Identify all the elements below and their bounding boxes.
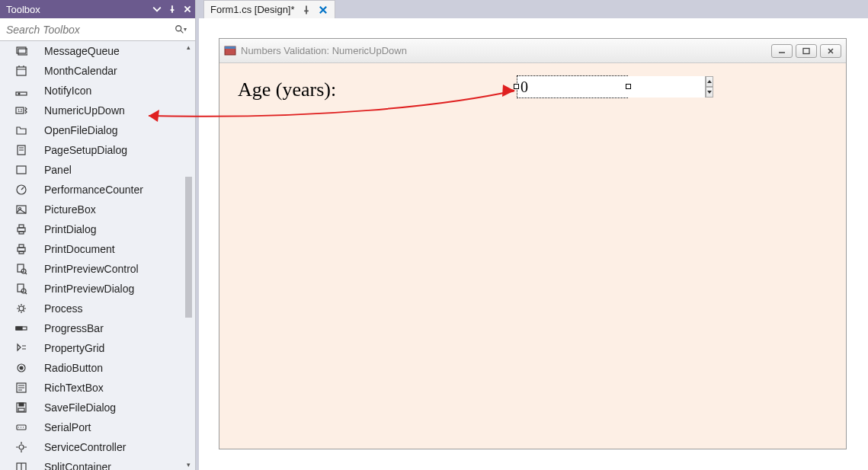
print-document-icon [14,241,29,257]
svg-rect-4 [16,92,27,95]
svg-point-33 [19,445,24,449]
tab-close-icon[interactable] [318,5,328,15]
svg-text:12: 12 [18,108,23,113]
notify-icon [14,83,29,98]
scrollbar[interactable]: ▴ ▾ [183,41,194,470]
save-file-icon [14,400,29,415]
search-icon[interactable]: ▾ [171,24,191,35]
age-label: Age (years): [238,78,336,101]
toolbox-item-label: PrintPreviewControl [44,263,139,275]
message-queue-icon [14,43,29,59]
toolbox-item-label: MessageQueue [44,45,120,57]
print-dialog-icon [14,222,29,237]
svg-rect-9 [17,166,26,174]
search-input[interactable] [5,23,171,37]
form-titlebar: Numbers Validation: NumericUpDown [219,39,846,63]
toolbox-item-radiobutton[interactable]: RadioButton [0,358,195,378]
svg-rect-31 [18,408,24,411]
picture-icon [14,202,29,217]
toolbox-item-label: ServiceController [44,441,126,453]
toolbox-item-label: MonthCalendar [44,65,117,77]
close-icon[interactable] [180,2,195,17]
toolbox-item-label: RichTextBox [44,382,104,394]
toolbox-item-label: PrintDocument [44,243,115,255]
toolbox-item-label: Panel [44,164,72,176]
form-client-area[interactable]: Age (years): [219,63,846,449]
calendar-icon [14,63,29,78]
toolbox-item-serialport[interactable]: SerialPort [0,417,195,437]
numeric-updown-control[interactable] [517,75,628,98]
progress-icon [14,321,29,336]
toolbox-item-notifyicon[interactable]: NotifyIcon [0,81,195,101]
toolbox-item-performancecounter[interactable]: PerformanceCounter [0,180,195,200]
svg-point-5 [18,93,20,94]
toolbox-item-splitcontainer[interactable]: SplitContainer [0,457,195,470]
toolbox-item-process[interactable]: Process [0,299,195,318]
maximize-button[interactable] [796,44,817,58]
toolbox-item-richtextbox[interactable]: RichTextBox [0,378,195,398]
window-position-dropdown-icon[interactable] [149,2,165,17]
property-grid-icon [14,341,29,356]
numeric-updown-input[interactable] [517,76,705,98]
scroll-thumb[interactable] [185,177,192,318]
svg-rect-25 [16,327,22,330]
toolbox-title: Toolbox [6,4,149,15]
svg-rect-3 [17,67,26,75]
toolbox-item-label: ProgressBar [44,322,104,334]
svg-point-27 [20,366,23,369]
svg-rect-14 [19,225,24,228]
tab-form1-design[interactable]: Form1.cs [Design]* [203,0,335,18]
form-app-icon [224,45,236,57]
tab-row: Form1.cs [Design]* [199,0,868,18]
toolbox-item-printpreviewcontrol[interactable]: PrintPreviewControl [0,259,195,279]
pin-icon[interactable] [165,2,180,17]
svg-rect-30 [19,403,24,406]
document-well: Form1.cs [Design]* Numbers Validation: N… [199,0,868,470]
toolbox-item-printdialog[interactable]: PrintDialog [0,219,195,239]
designed-form[interactable]: Numbers Validation: NumericUpDown Age (y… [219,38,847,449]
svg-rect-21 [18,284,24,292]
minimize-button[interactable] [771,44,793,58]
toolbox-item-label: PerformanceCounter [44,184,143,196]
split-container-icon [14,459,29,470]
toolbox-item-pagesetupdialog[interactable]: PageSetupDialog [0,140,195,160]
toolbox-item-printdocument[interactable]: PrintDocument [0,239,195,259]
toolbox-item-servicecontroller[interactable]: ServiceController [0,437,195,457]
toolbox-item-label: NotifyIcon [44,85,91,97]
process-icon [14,301,29,316]
tab-title: Form1.cs [Design]* [210,4,295,15]
toolbox-item-propertygrid[interactable]: PropertyGrid [0,338,195,358]
toolbox-item-label: SplitContainer [44,461,111,470]
toolbox-item-label: SaveFileDialog [44,401,116,414]
rich-text-icon [14,380,29,395]
svg-rect-19 [18,264,24,272]
toolbox-item-progressbar[interactable]: ProgressBar [0,318,195,338]
toolbox-search-row: ▾ [0,18,195,41]
toolbox-item-savefiledialog[interactable]: SaveFileDialog [0,398,195,417]
toolbox-item-messagequeue[interactable]: MessageQueue [0,41,195,61]
resize-handle-right[interactable] [626,84,631,89]
toolbox-item-picturebox[interactable]: PictureBox [0,200,195,219]
scroll-down-icon[interactable]: ▾ [183,459,194,470]
performance-icon [14,182,29,197]
page-setup-icon [14,142,29,158]
toolbox-item-label: NumericUpDown [44,104,125,117]
toolbox-item-label: OpenFileDialog [44,124,118,136]
svg-rect-37 [803,48,809,53]
toolbox-item-panel[interactable]: Panel [0,160,195,180]
design-surface[interactable]: Numbers Validation: NumericUpDown Age (y… [199,18,868,470]
resize-handle-left[interactable] [514,84,519,89]
tab-pin-icon[interactable] [301,5,312,15]
close-button[interactable] [820,44,841,58]
toolbox-item-openfiledialog[interactable]: OpenFileDialog [0,120,195,140]
numeric-down-button[interactable] [706,87,713,98]
numeric-updown-icon: 12 [14,103,29,118]
toolbox-item-monthcalendar[interactable]: MonthCalendar [0,61,195,81]
toolbox-item-numericupdown[interactable]: 12NumericUpDown [0,101,195,120]
service-icon [14,440,29,455]
toolbox-panel: Toolbox ▾ MessageQueueMonthCalendarNotif… [0,0,196,470]
numeric-up-button[interactable] [706,76,713,87]
toolbox-list: MessageQueueMonthCalendarNotifyIcon12Num… [0,41,195,470]
scroll-up-icon[interactable]: ▴ [183,41,194,53]
toolbox-item-printpreviewdialog[interactable]: PrintPreviewDialog [0,279,195,299]
